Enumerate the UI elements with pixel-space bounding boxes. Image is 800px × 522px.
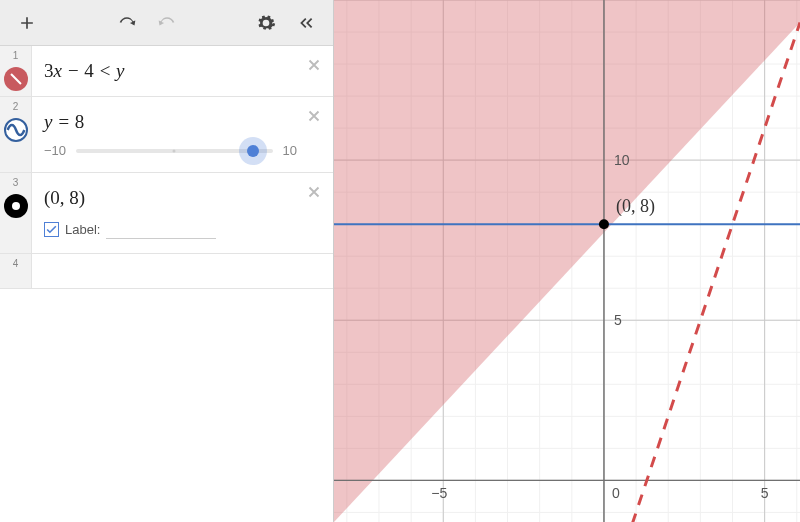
close-icon (305, 183, 323, 201)
row-gutter: 1 (0, 46, 32, 96)
row-gutter: 3 (0, 173, 32, 253)
expression-row-empty[interactable]: 4 (0, 254, 333, 289)
expression-row[interactable]: 2 y = 8 −10 10 (0, 97, 333, 173)
delete-row-button[interactable] (303, 105, 325, 127)
label-caption: Label: (65, 222, 100, 237)
slider-thumb[interactable] (247, 145, 259, 157)
row-body (32, 254, 333, 288)
curve-icon[interactable] (4, 118, 28, 142)
row-gutter: 4 (0, 254, 32, 288)
collapse-panel-button[interactable] (289, 6, 323, 40)
gear-icon (256, 13, 276, 33)
expression-text[interactable]: 3x − 4 < y (44, 60, 297, 82)
row-gutter: 2 (0, 97, 32, 172)
slider-min: −10 (44, 143, 66, 158)
tick-label: 5 (614, 312, 622, 328)
panel-toolbar (0, 0, 333, 46)
expression-text[interactable]: (0, 8) (44, 187, 297, 209)
row-index: 1 (13, 50, 19, 61)
row-body: y = 8 −10 10 (32, 97, 333, 172)
redo-icon (157, 13, 177, 33)
slider: −10 10 (44, 143, 297, 158)
graph-svg: −505510(0, 8) (334, 0, 800, 522)
label-checkbox[interactable] (44, 222, 59, 237)
close-icon (305, 56, 323, 74)
slider-midpoint-tick (173, 149, 176, 152)
inequality-icon[interactable] (4, 67, 28, 91)
label-input[interactable] (106, 219, 216, 239)
add-expression-button[interactable] (10, 6, 44, 40)
close-icon (305, 107, 323, 125)
row-index: 3 (13, 177, 19, 188)
plus-icon (17, 13, 37, 33)
check-icon (45, 223, 58, 236)
plotted-point[interactable] (599, 219, 609, 229)
tick-label: 5 (761, 485, 769, 501)
delete-row-button[interactable] (303, 54, 325, 76)
inequality-region (334, 0, 800, 522)
slider-track[interactable] (76, 149, 272, 153)
app-root: 1 3x − 4 < y 2 y = 8 (0, 0, 800, 522)
row-body: 3x − 4 < y (32, 46, 333, 96)
row-body: (0, 8) Label: (32, 173, 333, 253)
delete-row-button[interactable] (303, 181, 325, 203)
chevron-double-left-icon (296, 13, 316, 33)
expression-text[interactable]: y = 8 (44, 111, 297, 133)
point-label: (0, 8) (616, 196, 655, 217)
point-icon[interactable] (4, 194, 28, 218)
expression-row[interactable]: 1 3x − 4 < y (0, 46, 333, 97)
expression-list: 1 3x − 4 < y 2 y = 8 (0, 46, 333, 522)
tick-label: 0 (612, 485, 620, 501)
redo-button[interactable] (150, 6, 184, 40)
slider-max: 10 (283, 143, 297, 158)
wave-icon (6, 120, 26, 140)
expression-panel: 1 3x − 4 < y 2 y = 8 (0, 0, 334, 522)
settings-button[interactable] (249, 6, 283, 40)
undo-button[interactable] (110, 6, 144, 40)
tick-label: 10 (614, 152, 630, 168)
tick-label: −5 (431, 485, 447, 501)
undo-icon (117, 13, 137, 33)
label-option: Label: (44, 219, 297, 239)
graph-viewport[interactable]: −505510(0, 8) (334, 0, 800, 522)
expression-row[interactable]: 3 (0, 8) Label: (0, 173, 333, 254)
row-index: 4 (13, 258, 19, 269)
row-index: 2 (13, 101, 19, 112)
